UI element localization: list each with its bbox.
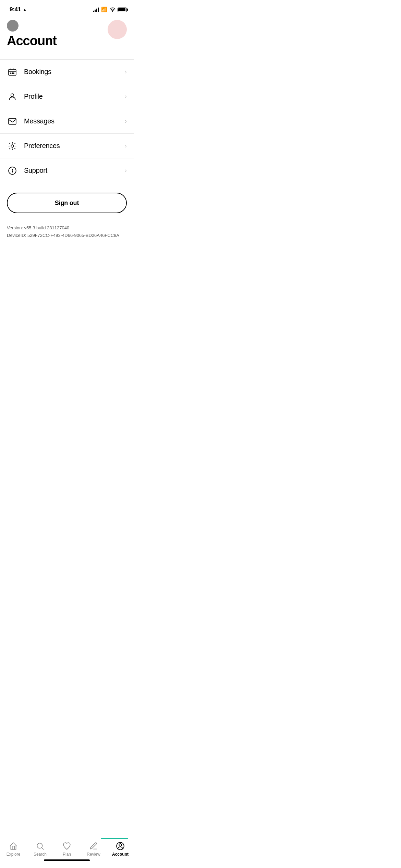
avatar-small: [7, 20, 19, 32]
profile-icon: [7, 91, 18, 102]
chevron-right-icon: ›: [125, 118, 127, 125]
wifi-icon: 📶: [101, 7, 108, 13]
bookings-icon: [7, 67, 18, 77]
menu-item-support[interactable]: Support ›: [0, 158, 134, 183]
battery-icon: [118, 8, 127, 12]
menu-list: Bookings › Profile › Messages ›: [0, 59, 134, 183]
svg-point-0: [112, 11, 113, 12]
svg-point-7: [11, 145, 14, 147]
menu-item-preferences[interactable]: Preferences ›: [0, 134, 134, 158]
preferences-icon: [7, 141, 18, 152]
svg-rect-1: [9, 69, 16, 75]
menu-item-bookings[interactable]: Bookings ›: [0, 60, 134, 84]
messages-label: Messages: [24, 117, 125, 125]
svg-point-9: [12, 169, 12, 169]
location-icon: ▲: [23, 7, 27, 12]
version-number: Version: v55.3 build 231127040: [7, 224, 127, 232]
signal-icon: [93, 8, 99, 12]
preferences-label: Preferences: [24, 142, 125, 150]
status-bar: 9:41 ▲ 📶: [0, 0, 134, 17]
messages-icon: [7, 116, 18, 127]
chevron-right-icon: ›: [125, 93, 127, 100]
signout-section: Sign out: [0, 183, 134, 219]
svg-point-3: [12, 73, 13, 73]
profile-label: Profile: [24, 93, 125, 100]
svg-point-4: [13, 73, 14, 73]
menu-item-profile[interactable]: Profile ›: [0, 84, 134, 109]
svg-point-2: [11, 73, 11, 73]
signout-button[interactable]: Sign out: [7, 193, 127, 213]
header: Account: [0, 17, 134, 54]
svg-point-5: [11, 94, 14, 97]
avatar-large[interactable]: [108, 20, 127, 39]
bookings-label: Bookings: [24, 68, 125, 76]
menu-item-messages[interactable]: Messages ›: [0, 109, 134, 134]
support-icon: [7, 165, 18, 176]
device-id: DeviceID: 529F72CC-F493-4D66-9065-BD26A4…: [7, 232, 127, 239]
chevron-right-icon: ›: [125, 167, 127, 174]
page-title: Account: [7, 34, 127, 48]
chevron-right-icon: ›: [125, 142, 127, 149]
status-time: 9:41: [10, 6, 21, 13]
status-icons: 📶: [93, 7, 127, 13]
svg-rect-6: [9, 118, 16, 124]
support-label: Support: [24, 167, 125, 174]
wifi-icon: [110, 8, 116, 12]
chevron-right-icon: ›: [125, 68, 127, 75]
version-info: Version: v55.3 build 231127040 DeviceID:…: [0, 219, 134, 239]
